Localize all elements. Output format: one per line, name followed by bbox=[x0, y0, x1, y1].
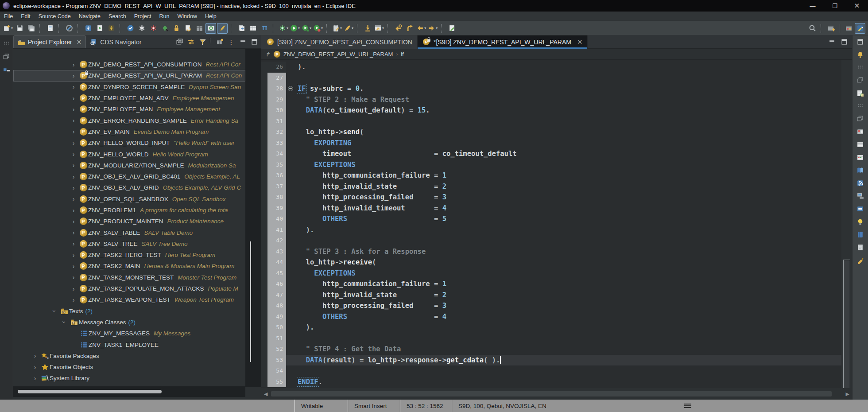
line-number[interactable]: 27 bbox=[267, 73, 286, 84]
tree-item[interactable]: ›PZNV_EMPLOYEE_MANEmployee Management bbox=[13, 104, 245, 115]
fold-column[interactable] bbox=[286, 94, 295, 105]
code-line[interactable]: 45 EXCEPTIONS bbox=[261, 268, 841, 279]
package-icon[interactable] bbox=[194, 23, 205, 34]
line-number[interactable]: 44 bbox=[267, 257, 286, 268]
view-tab-cds-navigator[interactable]: CDS Navigator bbox=[86, 35, 145, 48]
code-line[interactable]: 35 EXCEPTIONS bbox=[261, 159, 841, 171]
dropdown-arrow-icon[interactable]: ▾ bbox=[352, 26, 353, 30]
line-number[interactable]: 55 bbox=[267, 377, 286, 388]
tree-item[interactable]: ZNV_TASK1_EMPLOYEE bbox=[13, 339, 245, 350]
dropdown-arrow-icon[interactable]: ▾ bbox=[298, 26, 300, 30]
chevron-right-icon[interactable]: › bbox=[30, 364, 40, 371]
code-line[interactable]: 32 lo_http->send( bbox=[261, 127, 841, 138]
maximize-button[interactable]: ❐ bbox=[824, 0, 846, 12]
editor-tab[interactable]: P*[S9D] ZNV_DEMO_REST_API_W_URL_PARAM✕ bbox=[418, 35, 588, 49]
minimize-button[interactable]: — bbox=[802, 0, 824, 12]
problems-card-icon[interactable] bbox=[856, 153, 865, 162]
chevron-right-icon[interactable]: › bbox=[69, 72, 78, 79]
chevron-right-icon[interactable]: › bbox=[69, 240, 78, 247]
chevron-right-icon[interactable]: › bbox=[69, 285, 78, 292]
fold-column[interactable] bbox=[286, 279, 295, 290]
tree-vscroll-thumb[interactable] bbox=[250, 241, 251, 362]
fold-column[interactable] bbox=[286, 257, 295, 268]
unit-test-icon[interactable] bbox=[259, 23, 270, 34]
chevron-right-icon[interactable]: › bbox=[69, 162, 78, 169]
tree-item[interactable]: ›PZNV_EV_MAINEvents Demo Main Program bbox=[13, 126, 245, 137]
annotation-ruler[interactable] bbox=[261, 365, 267, 377]
annotation-ruler[interactable] bbox=[261, 279, 267, 290]
menu-item-edit[interactable]: Edit bbox=[17, 12, 35, 21]
fold-column[interactable] bbox=[286, 203, 295, 214]
annotation-ruler[interactable] bbox=[261, 127, 267, 138]
run-config-icon[interactable]: ▾ bbox=[301, 23, 312, 34]
tree-item[interactable]: ›PZNV_HELLO_WORLDHello World Program bbox=[13, 148, 245, 159]
open-object-icon[interactable] bbox=[236, 23, 247, 34]
menu-item-help[interactable]: Help bbox=[201, 12, 221, 21]
tasks-notes-icon[interactable] bbox=[856, 89, 865, 97]
properties-table-icon[interactable] bbox=[856, 140, 865, 149]
profile-clipboard-icon[interactable]: ▾ bbox=[332, 23, 342, 34]
dropdown-arrow-icon[interactable]: ▾ bbox=[436, 26, 438, 30]
fold-column[interactable] bbox=[286, 333, 295, 344]
collapse-all-icon[interactable] bbox=[174, 37, 185, 47]
line-number[interactable]: 35 bbox=[267, 159, 286, 171]
restore-view-icon[interactable] bbox=[2, 52, 11, 61]
tree-item[interactable]: ›PZNV_MODULARIZATION_SAMPLEModularizatio… bbox=[13, 160, 245, 171]
tree-item[interactable]: ›Favorite Packages bbox=[13, 350, 245, 361]
annotation-ruler[interactable] bbox=[261, 83, 267, 94]
code-line[interactable]: 55ENDIF. bbox=[261, 377, 841, 388]
activate-icon[interactable] bbox=[83, 23, 93, 34]
editor-vscroll-thumb[interactable] bbox=[843, 260, 850, 393]
save-icon[interactable] bbox=[14, 23, 25, 34]
breadcrumb-item[interactable]: ZNV_DEMO_REST_API_W_URL_PARAM bbox=[283, 51, 393, 58]
line-number[interactable]: 37 bbox=[267, 181, 286, 192]
tree-item[interactable]: ›TMessage Classes(2) bbox=[13, 317, 245, 328]
code-line[interactable]: 47 http_invalid_state = 2 bbox=[261, 290, 841, 301]
fold-column[interactable] bbox=[286, 355, 295, 366]
menu-item-navigate[interactable]: Navigate bbox=[75, 12, 105, 21]
tree-item[interactable]: ›PZNV_EMPLOYEE_MAN_ADVEmployee Managemen bbox=[13, 93, 245, 104]
code-line[interactable]: 39 http_invalid_timeout = 4 bbox=[261, 203, 841, 214]
tree-item[interactable]: ›PZNV_TASK2_WEAPON_TESTWeapon Test Progr… bbox=[13, 294, 245, 305]
tree-item[interactable]: ›PZNV_TASK2_POPULATE_MON_ATTACKSPopulate… bbox=[13, 283, 245, 294]
breadcrumb-toggle-icon[interactable]: ↱ bbox=[266, 51, 271, 58]
maximize-view-icon[interactable] bbox=[839, 37, 849, 47]
breadcrumb[interactable]: ↱PZNV_DEMO_REST_API_W_URL_PARAM›if bbox=[261, 49, 852, 60]
line-number[interactable]: 36 bbox=[267, 170, 286, 181]
chevron-right-icon[interactable]: › bbox=[69, 296, 78, 303]
fold-column[interactable] bbox=[286, 62, 295, 73]
link-with-editor-icon[interactable] bbox=[186, 37, 196, 47]
code-line[interactable]: 46 http_communication_failure = 1 bbox=[261, 279, 841, 290]
search-icon[interactable] bbox=[807, 23, 818, 34]
line-number[interactable]: 29 bbox=[267, 94, 286, 105]
dropdown-arrow-icon[interactable]: ▾ bbox=[340, 26, 342, 30]
line-number[interactable]: 54 bbox=[267, 365, 286, 377]
fold-column[interactable] bbox=[286, 225, 295, 236]
source-doc-icon[interactable] bbox=[856, 243, 865, 252]
status-menu-icon[interactable] bbox=[684, 403, 691, 409]
forward-icon[interactable]: ▾ bbox=[427, 23, 438, 34]
annotation-ruler[interactable] bbox=[261, 311, 267, 323]
annotation-ruler[interactable] bbox=[261, 257, 267, 268]
code-line[interactable]: 34 timeout = co_timeout_default bbox=[261, 148, 841, 159]
close-icon[interactable]: ✕ bbox=[577, 38, 583, 46]
tree-item[interactable]: ›PZNV_OBJ_EX_ALV_GRIDObjects Example, AL… bbox=[13, 182, 245, 193]
code-line[interactable]: 26). bbox=[261, 62, 841, 73]
line-number[interactable]: 31 bbox=[267, 116, 286, 127]
chevron-right-icon[interactable]: › bbox=[69, 184, 78, 191]
code-line[interactable]: 40 OTHERS = 5 bbox=[261, 214, 841, 225]
tree-item[interactable]: ›PZNV_SALV_TREESALV Tree Demo bbox=[13, 238, 245, 249]
project-tree[interactable]: ›PZNV_DEMO_REST_API_CONSUMPTIONRest API … bbox=[13, 49, 245, 387]
debug-perspective-icon[interactable] bbox=[843, 23, 854, 34]
abap-perspective-icon[interactable] bbox=[855, 23, 865, 34]
collapse-icon[interactable]: − bbox=[288, 86, 293, 91]
navigate-object-icon[interactable] bbox=[159, 23, 170, 34]
console-doc-icon[interactable] bbox=[45, 23, 55, 34]
chevron-right-icon[interactable]: › bbox=[69, 128, 78, 135]
dropdown-arrow-icon[interactable]: ▾ bbox=[310, 26, 311, 30]
tree-item[interactable]: ›PZNV_TASK2_HERO_TESTHero Test Program bbox=[13, 249, 245, 260]
chevron-right-icon[interactable]: › bbox=[30, 375, 40, 382]
menu-item-search[interactable]: Search bbox=[105, 12, 130, 21]
tree-item[interactable]: ›PZNV_DEMO_REST_API_CONSUMPTIONRest API … bbox=[13, 59, 245, 70]
maximize-editor-icon[interactable] bbox=[856, 37, 865, 46]
